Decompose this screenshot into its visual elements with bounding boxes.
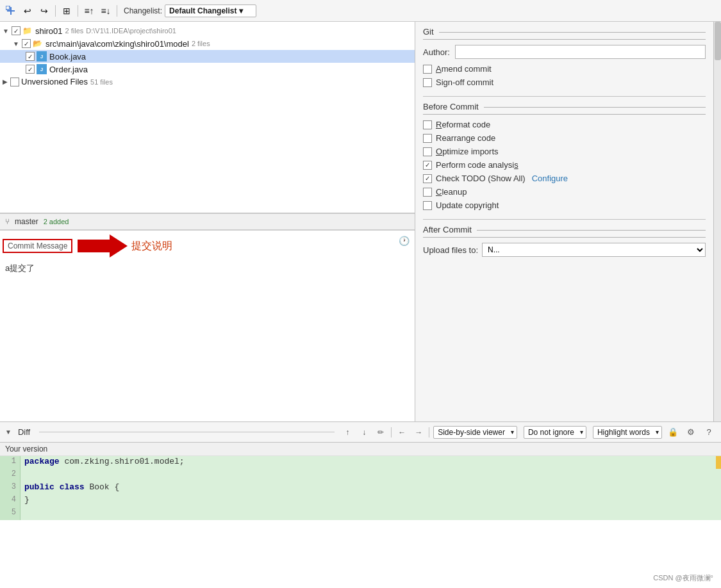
- perform-checkbox[interactable]: [423, 161, 432, 170]
- unversioned-collapse-arrow[interactable]: ▶: [3, 78, 8, 85]
- sort-asc-icon[interactable]: ≡↑: [82, 4, 96, 18]
- redo-icon[interactable]: ↪: [37, 4, 51, 18]
- cleanup-row: Cleanup: [423, 187, 706, 197]
- viewer-value: Side-by-side viewer: [438, 428, 505, 437]
- src-checkbox[interactable]: [22, 39, 31, 48]
- commit-timer: 🕐: [399, 236, 410, 246]
- root-collapse-arrow[interactable]: ▼: [3, 28, 9, 35]
- commit-area: Commit Message 提交说明 🕐 a提交了: [0, 230, 415, 421]
- book-java-icon: J: [37, 51, 47, 61]
- src-collapse-arrow[interactable]: ▼: [13, 40, 19, 47]
- highlight-dropdown[interactable]: Highlight words: [593, 426, 662, 439]
- tree-order-item[interactable]: J Order.java: [0, 63, 415, 76]
- unversioned-file-count: 51 files: [90, 78, 113, 86]
- diff-next-btn[interactable]: ↓: [358, 426, 370, 439]
- diff-version-header: Your version: [0, 443, 721, 456]
- diff-forward-btn[interactable]: →: [412, 426, 425, 439]
- book-checkbox[interactable]: [26, 52, 35, 61]
- line-marker-3: [716, 482, 721, 494]
- separator-2: [78, 5, 78, 17]
- root-file-count: 2 files: [65, 27, 84, 35]
- line-num-4: 4: [0, 494, 21, 507]
- line-num-5: 5: [0, 507, 21, 520]
- line-content-3: public class Book {: [21, 482, 716, 494]
- line-content-4: }: [21, 494, 716, 507]
- commit-message-label: Commit Message: [3, 239, 72, 253]
- lock-icon[interactable]: 🔒: [666, 425, 680, 439]
- order-name: Order.java: [49, 65, 88, 74]
- reformat-row: Reformat code: [423, 120, 706, 129]
- src-file-count: 2 files: [192, 40, 210, 47]
- right-panel: Git Author: Amend commit Sign-off commit: [415, 22, 713, 421]
- undo-icon[interactable]: ↩: [21, 4, 35, 18]
- diff-prev-btn[interactable]: ↑: [341, 426, 354, 439]
- sort-desc-icon[interactable]: ≡↓: [99, 4, 113, 18]
- diff-header: ▼ Diff ↑ ↓ ✏ ← → Side-by-side viewer Do …: [0, 422, 721, 443]
- tree-book-item[interactable]: J Book.java: [0, 50, 415, 63]
- perform-row: Perform code analysis: [423, 160, 706, 170]
- root-folder-icon: 📁: [22, 26, 33, 36]
- diff-collapse-arrow[interactable]: ▼: [5, 429, 12, 436]
- add-icon[interactable]: [4, 4, 18, 18]
- order-checkbox[interactable]: [26, 65, 35, 74]
- code-line-2: 2: [0, 469, 721, 482]
- changelist-label: Changelist:: [124, 6, 162, 15]
- line-content-5: [21, 507, 716, 520]
- watermark: CSDN @夜雨微澜°: [653, 573, 713, 583]
- diff-code-area: 1 package com.zking.shiro01.model; 2 3 p…: [0, 456, 721, 520]
- diff-sep-2: [429, 427, 429, 437]
- commit-hint: 提交说明: [131, 240, 172, 253]
- checktodo-checkbox[interactable]: [423, 174, 432, 183]
- help-icon[interactable]: ?: [702, 425, 716, 439]
- tree-src-item[interactable]: ▼ 📂 src\main\java\com\zking\shiro01\mode…: [0, 37, 415, 50]
- toolbar: ↩ ↪ ⊞ ≡↑ ≡↓ Changelist: Default Changeli…: [0, 0, 721, 22]
- highlight-value: Highlight words: [597, 428, 650, 437]
- configure-link[interactable]: Configure: [532, 174, 568, 183]
- svg-rect-1: [7, 10, 15, 12]
- optimize-label: Optimize imports: [436, 147, 499, 156]
- line-num-2: 2: [0, 469, 21, 482]
- rearrange-checkbox[interactable]: [423, 134, 432, 143]
- commit-textarea[interactable]: a提交了: [3, 260, 412, 419]
- left-panel: ▼ 📁 shiro01 2 files D:\V1\1.IDEA\project…: [0, 22, 415, 421]
- author-row: Author:: [423, 45, 706, 59]
- unversioned-checkbox[interactable]: [10, 78, 19, 86]
- cleanup-label: Cleanup: [436, 187, 467, 197]
- cleanup-checkbox[interactable]: [423, 188, 432, 197]
- signoff-commit-row: Sign-off commit: [423, 78, 706, 87]
- src-folder-icon: 📂: [33, 38, 43, 49]
- reformat-label: Reformat code: [436, 120, 490, 129]
- ignore-dropdown[interactable]: Do not ignore: [524, 426, 586, 439]
- viewer-dropdown[interactable]: Side-by-side viewer: [433, 426, 517, 439]
- group-icon[interactable]: ⊞: [60, 4, 74, 18]
- line-marker-5: [716, 507, 721, 520]
- after-commit-title: After Commit: [423, 225, 472, 234]
- branch-icon: ⑂: [5, 217, 10, 226]
- root-name: shiro01: [35, 26, 63, 36]
- signoff-checkbox[interactable]: [423, 78, 432, 87]
- code-line-3: 3 public class Book {: [0, 482, 721, 494]
- book-name: Book.java: [49, 52, 86, 61]
- copyright-checkbox[interactable]: [423, 201, 432, 210]
- changelist-dropdown-arrow: ▾: [239, 6, 243, 15]
- status-bar: ⑂ master 2 added: [0, 213, 415, 230]
- diff-back-btn[interactable]: ←: [395, 426, 408, 439]
- commit-header: Commit Message 提交说明 🕐: [3, 233, 412, 259]
- tree-unversioned-item[interactable]: ▶ Unversioned Files 51 files: [0, 76, 415, 88]
- right-scrollbar[interactable]: [713, 22, 721, 421]
- diff-edit-btn[interactable]: ✏: [374, 426, 387, 439]
- line-content-2: [21, 469, 716, 482]
- changelist-dropdown[interactable]: Default Changelist ▾: [165, 4, 256, 17]
- signoff-label: Sign-off commit: [436, 78, 493, 87]
- divider-1: [423, 96, 706, 97]
- line-marker-4: [716, 494, 721, 507]
- reformat-checkbox[interactable]: [423, 120, 432, 129]
- settings-icon[interactable]: ⚙: [684, 425, 698, 439]
- optimize-checkbox[interactable]: [423, 147, 432, 156]
- upload-dropdown[interactable]: N...: [482, 243, 706, 257]
- amend-checkbox[interactable]: [423, 65, 432, 74]
- line-marker-1: [716, 456, 721, 469]
- root-checkbox[interactable]: [12, 26, 21, 35]
- author-input[interactable]: [455, 45, 706, 59]
- tree-root-item[interactable]: ▼ 📁 shiro01 2 files D:\V1\1.IDEA\project…: [0, 24, 415, 37]
